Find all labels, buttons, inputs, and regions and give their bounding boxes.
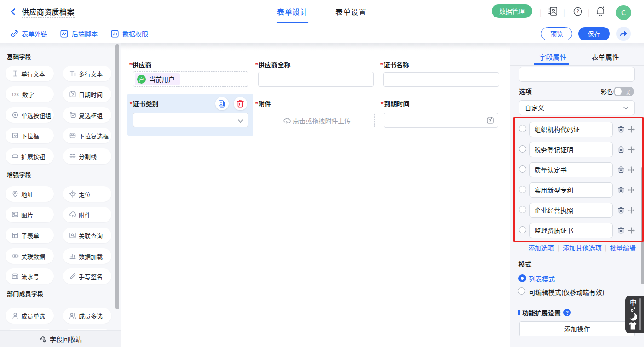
svg-text:123: 123	[12, 91, 19, 97]
svg-text:?: ?	[576, 7, 579, 15]
